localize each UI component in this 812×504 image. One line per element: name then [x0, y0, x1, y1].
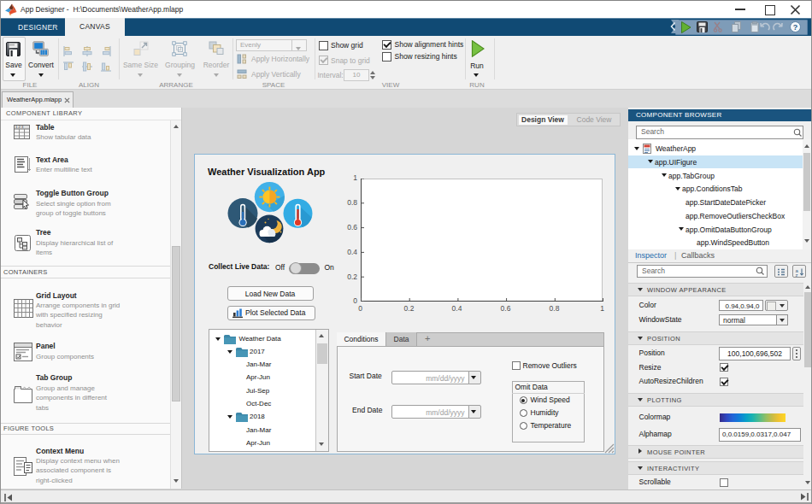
svg-text:1 2 3: 1 2 3 [15, 125, 24, 129]
svg-text:z: z [796, 273, 798, 278]
